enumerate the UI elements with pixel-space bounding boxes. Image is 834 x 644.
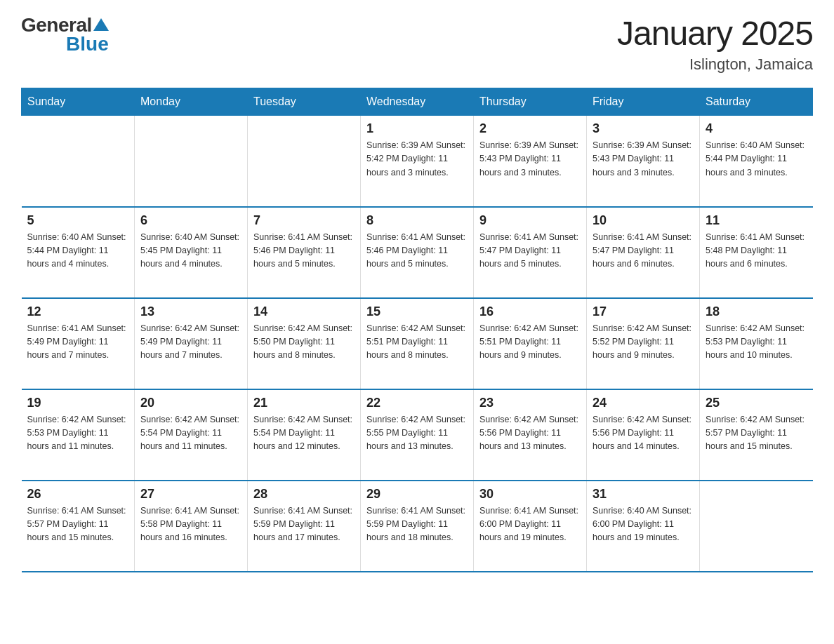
calendar-cell: 8Sunrise: 6:41 AM Sunset: 5:46 PM Daylig… (361, 207, 474, 298)
day-info: Sunrise: 6:40 AM Sunset: 5:44 PM Dayligh… (27, 231, 129, 271)
day-number: 15 (366, 304, 468, 319)
day-number: 29 (366, 487, 468, 502)
day-number: 31 (593, 487, 694, 502)
calendar-cell: 2Sunrise: 6:39 AM Sunset: 5:43 PM Daylig… (474, 116, 587, 207)
day-info: Sunrise: 6:41 AM Sunset: 5:49 PM Dayligh… (27, 322, 129, 363)
calendar-cell: 12Sunrise: 6:41 AM Sunset: 5:49 PM Dayli… (22, 298, 135, 389)
calendar-cell: 30Sunrise: 6:41 AM Sunset: 6:00 PM Dayli… (474, 481, 587, 572)
logo-row2: Blue (21, 33, 109, 55)
day-info: Sunrise: 6:42 AM Sunset: 5:53 PM Dayligh… (27, 413, 129, 454)
calendar-cell: 9Sunrise: 6:41 AM Sunset: 5:47 PM Daylig… (474, 207, 587, 298)
calendar-cell: 31Sunrise: 6:40 AM Sunset: 6:00 PM Dayli… (587, 481, 700, 572)
day-info: Sunrise: 6:40 AM Sunset: 6:00 PM Dayligh… (593, 504, 694, 545)
weekday-header-thursday: Thursday (474, 88, 587, 116)
day-info: Sunrise: 6:39 AM Sunset: 5:43 PM Dayligh… (593, 139, 694, 180)
day-info: Sunrise: 6:42 AM Sunset: 5:49 PM Dayligh… (140, 322, 241, 363)
weekday-header-saturday: Saturday (700, 88, 813, 116)
day-number: 7 (253, 213, 355, 228)
day-info: Sunrise: 6:41 AM Sunset: 5:58 PM Dayligh… (140, 504, 241, 545)
weekday-header-wednesday: Wednesday (361, 88, 474, 116)
weekday-header-tuesday: Tuesday (248, 88, 361, 116)
day-number: 10 (593, 213, 694, 228)
logo: General Blue (21, 14, 109, 55)
calendar-cell: 23Sunrise: 6:42 AM Sunset: 5:56 PM Dayli… (474, 389, 587, 481)
calendar-cell: 22Sunrise: 6:42 AM Sunset: 5:55 PM Dayli… (361, 389, 474, 481)
page-header: General Blue January 2025 Islington, Jam… (21, 14, 813, 74)
calendar-cell: 24Sunrise: 6:42 AM Sunset: 5:56 PM Dayli… (587, 389, 700, 481)
calendar-week-row: 5Sunrise: 6:40 AM Sunset: 5:44 PM Daylig… (22, 207, 813, 298)
day-info: Sunrise: 6:41 AM Sunset: 5:59 PM Dayligh… (366, 504, 468, 545)
day-number: 21 (253, 396, 355, 410)
svg-marker-0 (93, 18, 109, 31)
day-number: 19 (27, 396, 129, 410)
day-number: 16 (479, 304, 581, 319)
day-info: Sunrise: 6:42 AM Sunset: 5:54 PM Dayligh… (140, 413, 241, 454)
calendar-subtitle: Islington, Jamaica (617, 55, 813, 74)
day-info: Sunrise: 6:39 AM Sunset: 5:42 PM Dayligh… (366, 139, 468, 180)
calendar-cell: 18Sunrise: 6:42 AM Sunset: 5:53 PM Dayli… (700, 298, 813, 389)
calendar-cell: 13Sunrise: 6:42 AM Sunset: 5:49 PM Dayli… (135, 298, 248, 389)
day-info: Sunrise: 6:40 AM Sunset: 5:45 PM Dayligh… (140, 231, 241, 271)
calendar-cell: 21Sunrise: 6:42 AM Sunset: 5:54 PM Dayli… (248, 389, 361, 481)
day-number: 18 (706, 304, 807, 319)
day-info: Sunrise: 6:42 AM Sunset: 5:56 PM Dayligh… (593, 413, 694, 454)
weekday-header-monday: Monday (135, 88, 248, 116)
calendar-table: SundayMondayTuesdayWednesdayThursdayFrid… (21, 88, 813, 572)
calendar-week-row: 26Sunrise: 6:41 AM Sunset: 5:57 PM Dayli… (22, 481, 813, 572)
calendar-cell: 3Sunrise: 6:39 AM Sunset: 5:43 PM Daylig… (587, 116, 700, 207)
day-number: 9 (479, 213, 581, 228)
calendar-cell: 5Sunrise: 6:40 AM Sunset: 5:44 PM Daylig… (22, 207, 135, 298)
day-info: Sunrise: 6:42 AM Sunset: 5:55 PM Dayligh… (366, 413, 468, 454)
day-info: Sunrise: 6:42 AM Sunset: 5:57 PM Dayligh… (706, 413, 807, 454)
calendar-cell: 27Sunrise: 6:41 AM Sunset: 5:58 PM Dayli… (135, 481, 248, 572)
calendar-cell: 1Sunrise: 6:39 AM Sunset: 5:42 PM Daylig… (361, 116, 474, 207)
day-info: Sunrise: 6:39 AM Sunset: 5:43 PM Dayligh… (479, 139, 581, 180)
day-number: 17 (593, 304, 694, 319)
day-number: 23 (479, 396, 581, 410)
calendar-cell: 28Sunrise: 6:41 AM Sunset: 5:59 PM Dayli… (248, 481, 361, 572)
calendar-title: January 2025 (617, 14, 813, 53)
calendar-week-row: 1Sunrise: 6:39 AM Sunset: 5:42 PM Daylig… (22, 116, 813, 207)
day-number: 2 (479, 121, 581, 136)
day-number: 4 (706, 121, 807, 136)
day-info: Sunrise: 6:41 AM Sunset: 6:00 PM Dayligh… (479, 504, 581, 545)
day-info: Sunrise: 6:42 AM Sunset: 5:54 PM Dayligh… (253, 413, 355, 454)
weekday-header-row: SundayMondayTuesdayWednesdayThursdayFrid… (22, 88, 813, 116)
day-info: Sunrise: 6:41 AM Sunset: 5:47 PM Dayligh… (479, 231, 581, 271)
calendar-cell: 25Sunrise: 6:42 AM Sunset: 5:57 PM Dayli… (700, 389, 813, 481)
calendar-cell (248, 116, 361, 207)
day-number: 25 (706, 396, 807, 410)
day-number: 11 (706, 213, 807, 228)
calendar-cell: 26Sunrise: 6:41 AM Sunset: 5:57 PM Dayli… (22, 481, 135, 572)
day-info: Sunrise: 6:41 AM Sunset: 5:59 PM Dayligh… (253, 504, 355, 545)
calendar-cell: 17Sunrise: 6:42 AM Sunset: 5:52 PM Dayli… (587, 298, 700, 389)
day-number: 20 (140, 396, 241, 410)
day-info: Sunrise: 6:41 AM Sunset: 5:46 PM Dayligh… (366, 231, 468, 271)
calendar-cell: 20Sunrise: 6:42 AM Sunset: 5:54 PM Dayli… (135, 389, 248, 481)
day-info: Sunrise: 6:42 AM Sunset: 5:50 PM Dayligh… (253, 322, 355, 363)
calendar-week-row: 12Sunrise: 6:41 AM Sunset: 5:49 PM Dayli… (22, 298, 813, 389)
day-info: Sunrise: 6:42 AM Sunset: 5:51 PM Dayligh… (479, 322, 581, 363)
day-info: Sunrise: 6:42 AM Sunset: 5:52 PM Dayligh… (593, 322, 694, 363)
calendar-cell (135, 116, 248, 207)
day-number: 30 (479, 487, 581, 502)
day-info: Sunrise: 6:41 AM Sunset: 5:57 PM Dayligh… (27, 504, 129, 545)
calendar-cell: 14Sunrise: 6:42 AM Sunset: 5:50 PM Dayli… (248, 298, 361, 389)
calendar-cell: 10Sunrise: 6:41 AM Sunset: 5:47 PM Dayli… (587, 207, 700, 298)
day-info: Sunrise: 6:42 AM Sunset: 5:51 PM Dayligh… (366, 322, 468, 363)
day-number: 27 (140, 487, 241, 502)
day-number: 3 (593, 121, 694, 136)
calendar-cell (22, 116, 135, 207)
calendar-week-row: 19Sunrise: 6:42 AM Sunset: 5:53 PM Dayli… (22, 389, 813, 481)
day-number: 6 (140, 213, 241, 228)
day-info: Sunrise: 6:41 AM Sunset: 5:47 PM Dayligh… (593, 231, 694, 271)
calendar-cell (700, 481, 813, 572)
weekday-header-friday: Friday (587, 88, 700, 116)
day-info: Sunrise: 6:41 AM Sunset: 5:48 PM Dayligh… (706, 231, 807, 271)
day-number: 24 (593, 396, 694, 410)
day-info: Sunrise: 6:42 AM Sunset: 5:56 PM Dayligh… (479, 413, 581, 454)
day-info: Sunrise: 6:42 AM Sunset: 5:53 PM Dayligh… (706, 322, 807, 363)
day-number: 1 (366, 121, 468, 136)
day-number: 5 (27, 213, 129, 228)
day-number: 26 (27, 487, 129, 502)
